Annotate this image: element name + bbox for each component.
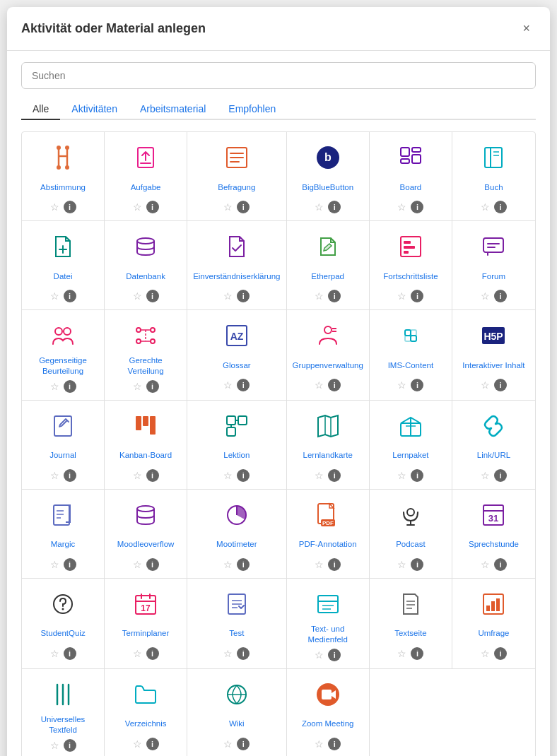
sprechstunde-star-button[interactable]: ☆ <box>481 559 490 570</box>
journal-star-button[interactable]: ☆ <box>50 470 59 481</box>
margic-info-button[interactable]: i <box>64 558 76 571</box>
wiki-star-button[interactable]: ☆ <box>223 738 233 750</box>
verzeichnis-star-button[interactable]: ☆ <box>133 738 142 750</box>
terminplaner-label[interactable]: Terminplaner <box>122 624 169 644</box>
board-info-button[interactable]: i <box>411 201 423 213</box>
tab-alle[interactable]: Alle <box>21 99 60 120</box>
zoom-label[interactable]: Zoom Meeting <box>302 714 354 734</box>
interaktiv-info-button[interactable]: i <box>494 379 507 391</box>
textmedien-info-button[interactable]: i <box>328 649 341 661</box>
textseite-star-button[interactable]: ☆ <box>397 648 406 659</box>
mootimeter-star-button[interactable]: ☆ <box>223 559 233 570</box>
fortschrittsliste-info-button[interactable]: i <box>411 290 423 302</box>
aufgabe-label[interactable]: Aufgabe <box>131 177 161 197</box>
sprechstunde-label[interactable]: Sprechstunde <box>469 535 519 555</box>
datei-info-button[interactable]: i <box>64 290 76 302</box>
kanban-label[interactable]: Kanban-Board <box>119 446 172 466</box>
moodle-label[interactable]: Moodleoverflow <box>117 535 175 555</box>
datei-star-button[interactable]: ☆ <box>50 290 59 302</box>
bigbluebutton-label[interactable]: BigBlueButton <box>302 177 353 197</box>
linkurl-info-button[interactable]: i <box>494 469 507 482</box>
tab-aktivitaeten[interactable]: Aktivitäten <box>60 99 129 119</box>
fortschrittsliste-star-button[interactable]: ☆ <box>397 290 406 302</box>
lektion-info-button[interactable]: i <box>237 469 250 482</box>
forum-label[interactable]: Forum <box>482 266 505 286</box>
board-star-button[interactable]: ☆ <box>397 201 406 213</box>
journal-info-button[interactable]: i <box>64 469 76 482</box>
pdf-star-button[interactable]: ☆ <box>315 559 324 570</box>
aufgabe-info-button[interactable]: i <box>146 201 159 213</box>
pdf-info-button[interactable]: i <box>328 558 341 571</box>
search-input[interactable] <box>21 62 536 89</box>
umfrage-star-button[interactable]: ☆ <box>481 648 490 659</box>
lektion-star-button[interactable]: ☆ <box>223 470 233 481</box>
zoom-info-button[interactable]: i <box>328 738 341 750</box>
ims-label[interactable]: IMS-Content <box>388 355 434 375</box>
aufgabe-star-button[interactable]: ☆ <box>133 201 142 213</box>
gerecht-label[interactable]: Gerechte Verteilung <box>110 355 181 377</box>
lernlandkarte-info-button[interactable]: i <box>328 469 341 482</box>
test-label[interactable]: Test <box>229 624 244 644</box>
etherpad-star-button[interactable]: ☆ <box>315 290 324 302</box>
sprechstunde-info-button[interactable]: i <box>494 558 507 571</box>
kanban-star-button[interactable]: ☆ <box>133 470 142 481</box>
glossar-label[interactable]: Glossar <box>223 355 251 375</box>
abstimmung-star-button[interactable]: ☆ <box>50 201 59 213</box>
etherpad-label[interactable]: Etherpad <box>311 266 344 286</box>
studentquiz-info-button[interactable]: i <box>64 647 76 660</box>
forum-star-button[interactable]: ☆ <box>481 290 490 302</box>
tab-empfohlen[interactable]: Empfohlen <box>217 99 287 119</box>
board-label[interactable]: Board <box>400 177 422 197</box>
moodle-info-button[interactable]: i <box>146 558 159 571</box>
interaktiv-label[interactable]: Interaktiver Inhalt <box>462 355 524 375</box>
moodle-star-button[interactable]: ☆ <box>133 559 142 570</box>
linkurl-star-button[interactable]: ☆ <box>481 470 490 481</box>
terminplaner-info-button[interactable]: i <box>146 647 159 660</box>
einverstaendnis-info-button[interactable]: i <box>237 290 250 302</box>
buch-star-button[interactable]: ☆ <box>481 201 490 213</box>
befragung-star-button[interactable]: ☆ <box>223 201 233 213</box>
befragung-info-button[interactable]: i <box>237 201 250 213</box>
umfrage-label[interactable]: Umfrage <box>478 624 509 644</box>
buch-label[interactable]: Buch <box>484 177 503 197</box>
buch-info-button[interactable]: i <box>494 201 507 213</box>
textmedien-star-button[interactable]: ☆ <box>315 649 324 661</box>
podcast-star-button[interactable]: ☆ <box>397 559 406 570</box>
wiki-label[interactable]: Wiki <box>229 714 245 734</box>
fortschrittsliste-label[interactable]: Fortschrittsliste <box>383 266 438 286</box>
abstimmung-label[interactable]: Abstimmung <box>40 177 86 197</box>
gegenseitig-info-button[interactable]: i <box>64 380 76 393</box>
abstimmung-info-button[interactable]: i <box>64 201 76 213</box>
etherpad-info-button[interactable]: i <box>328 290 341 302</box>
gerecht-star-button[interactable]: ☆ <box>133 381 142 392</box>
lernlandkarte-star-button[interactable]: ☆ <box>315 470 324 481</box>
test-info-button[interactable]: i <box>237 647 250 660</box>
margic-label[interactable]: Margic <box>51 535 76 555</box>
gruppen-info-button[interactable]: i <box>328 379 341 391</box>
studentquiz-star-button[interactable]: ☆ <box>50 648 59 659</box>
umfrage-info-button[interactable]: i <box>494 647 507 660</box>
journal-label[interactable]: Journal <box>49 446 76 466</box>
universell-star-button[interactable]: ☆ <box>50 740 59 751</box>
close-button[interactable]: × <box>517 18 536 39</box>
universell-info-button[interactable]: i <box>64 739 76 752</box>
margic-star-button[interactable]: ☆ <box>50 559 59 570</box>
glossar-star-button[interactable]: ☆ <box>223 379 233 391</box>
bigbluebutton-info-button[interactable]: i <box>328 201 341 213</box>
mootimeter-info-button[interactable]: i <box>237 558 250 571</box>
zoom-star-button[interactable]: ☆ <box>315 738 324 750</box>
ims-info-button[interactable]: i <box>411 379 423 391</box>
textmedien-label[interactable]: Text- und Medienfeld <box>293 624 363 645</box>
studentquiz-label[interactable]: StudentQuiz <box>40 624 85 644</box>
datenbank-label[interactable]: Datenbank <box>126 266 165 286</box>
glossar-info-button[interactable]: i <box>237 379 250 391</box>
lernpaket-star-button[interactable]: ☆ <box>397 470 406 481</box>
datenbank-star-button[interactable]: ☆ <box>133 290 142 302</box>
pdf-label[interactable]: PDF-Annotation <box>299 535 357 555</box>
gegenseitig-star-button[interactable]: ☆ <box>50 381 59 392</box>
podcast-info-button[interactable]: i <box>411 558 423 571</box>
datei-label[interactable]: Datei <box>54 266 73 286</box>
ims-star-button[interactable]: ☆ <box>397 379 406 391</box>
gruppen-star-button[interactable]: ☆ <box>315 379 324 391</box>
datenbank-info-button[interactable]: i <box>146 290 159 302</box>
